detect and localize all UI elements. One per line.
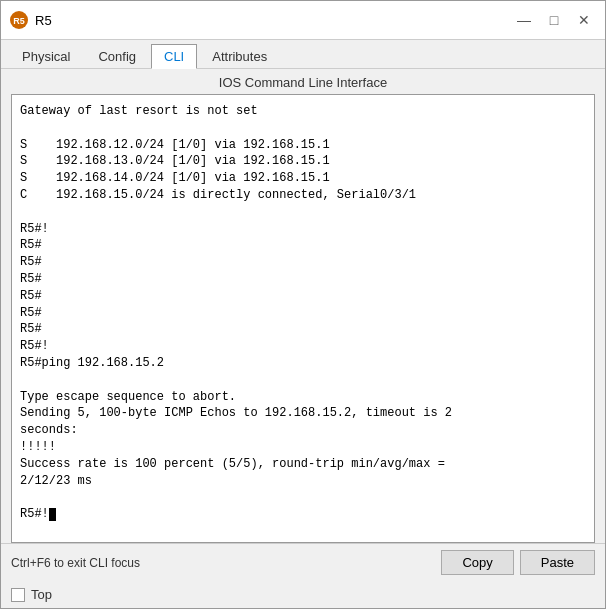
top-checkbox[interactable] bbox=[11, 588, 25, 602]
tab-physical[interactable]: Physical bbox=[9, 44, 83, 68]
status-text: Ctrl+F6 to exit CLI focus bbox=[11, 556, 140, 570]
bottom-bar: Ctrl+F6 to exit CLI focus Copy Paste bbox=[1, 543, 605, 581]
tab-config[interactable]: Config bbox=[85, 44, 149, 68]
svg-text:R5: R5 bbox=[13, 16, 25, 26]
tab-cli[interactable]: CLI bbox=[151, 44, 197, 69]
title-bar-controls: — □ ✕ bbox=[511, 7, 597, 33]
footer: Top bbox=[1, 581, 605, 608]
tab-bar: Physical Config CLI Attributes bbox=[1, 40, 605, 69]
window-title: R5 bbox=[35, 13, 52, 28]
cli-cursor bbox=[49, 508, 56, 521]
close-button[interactable]: ✕ bbox=[571, 7, 597, 33]
cli-header: IOS Command Line Interface bbox=[1, 69, 605, 94]
title-bar-left: R5 R5 bbox=[9, 10, 52, 30]
copy-button[interactable]: Copy bbox=[441, 550, 513, 575]
minimize-button[interactable]: — bbox=[511, 7, 537, 33]
cli-area[interactable]: Gateway of last resort is not set S 192.… bbox=[11, 94, 595, 543]
button-group: Copy Paste bbox=[441, 550, 595, 575]
maximize-button[interactable]: □ bbox=[541, 7, 567, 33]
tab-attributes[interactable]: Attributes bbox=[199, 44, 280, 68]
top-label: Top bbox=[31, 587, 52, 602]
cli-content[interactable]: Gateway of last resort is not set S 192.… bbox=[20, 103, 586, 523]
main-window: R5 R5 — □ ✕ Physical Config CLI Attribut… bbox=[0, 0, 606, 609]
cli-scroll[interactable]: Gateway of last resort is not set S 192.… bbox=[12, 95, 594, 542]
r5-icon: R5 bbox=[9, 10, 29, 30]
paste-button[interactable]: Paste bbox=[520, 550, 595, 575]
title-bar: R5 R5 — □ ✕ bbox=[1, 1, 605, 40]
